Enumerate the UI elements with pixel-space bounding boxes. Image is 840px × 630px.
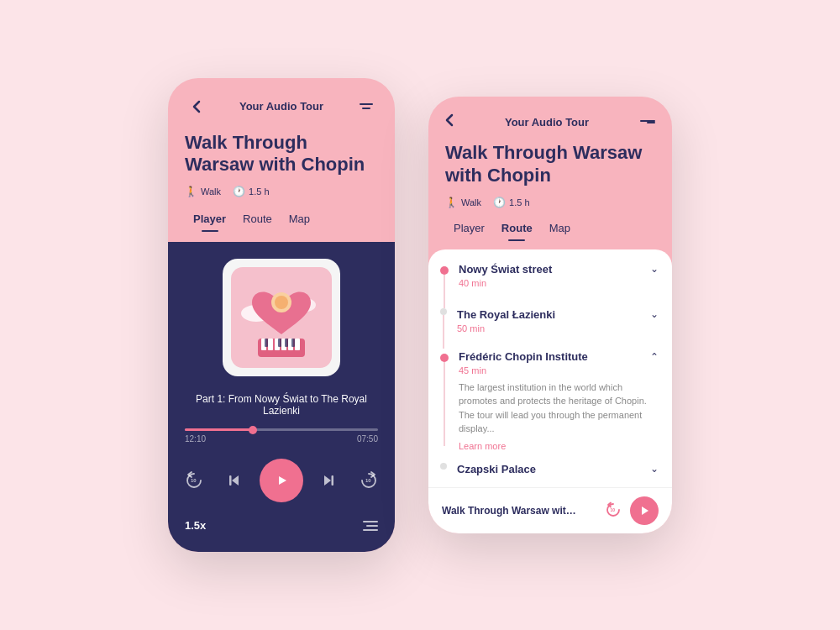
tab-route-right[interactable]: Route	[493, 218, 541, 238]
track-name: Part 1: From Nowy Świat to The Royal Laz…	[185, 393, 378, 417]
progress-bar-container[interactable]	[185, 428, 378, 431]
tab-player-right[interactable]: Player	[445, 218, 493, 238]
time-current: 12:10	[185, 434, 206, 444]
time-labels: 12:10 07:50	[185, 434, 378, 444]
route-item-header-2[interactable]: The Royal Łazienki ⌄	[457, 308, 659, 321]
right-meta-duration: 🕐 1.5 h	[493, 197, 529, 208]
right-menu-line-2	[647, 122, 655, 123]
right-meta-walk: 🚶 Walk	[445, 197, 481, 208]
svg-rect-18	[229, 475, 232, 486]
timeline-2	[440, 308, 447, 349]
route-title-4: Czapski Palace	[457, 463, 536, 475]
walk-icon: 🚶	[185, 186, 197, 197]
back-button[interactable]	[185, 95, 208, 118]
svg-rect-19	[332, 475, 334, 486]
route-duration-2: 50 min	[457, 323, 659, 333]
meta-left: 🚶 Walk 🕐 1.5 h	[168, 182, 395, 209]
route-title-2: The Royal Łazienki	[457, 308, 555, 321]
svg-rect-12	[295, 339, 300, 350]
chevron-icon-2: ⌄	[650, 308, 659, 320]
timeline-3	[440, 350, 449, 446]
route-item-header-3[interactable]: Frédéric Chopin Institute ⌄	[459, 350, 659, 363]
meta-walk: 🚶 Walk	[185, 186, 221, 197]
tour-title-right: Walk Through Warsaw with Chopin	[428, 139, 672, 193]
learn-more-link[interactable]: Learn more	[459, 441, 659, 451]
menu-line-2	[362, 108, 370, 109]
playlist-icon[interactable]	[363, 521, 378, 531]
right-clock-icon: 🕐	[493, 197, 506, 208]
svg-text:10: 10	[191, 478, 197, 483]
speed-label[interactable]: 1.5x	[185, 519, 206, 532]
duration-label: 1.5 h	[249, 186, 269, 197]
play-pause-button[interactable]	[260, 459, 303, 502]
tab-player-left[interactable]: Player	[185, 209, 234, 228]
route-description-3: The largest institution in the world whi…	[459, 381, 659, 436]
rewind-10-button[interactable]: 10	[179, 465, 209, 496]
right-walk-label: Walk	[461, 197, 481, 207]
mini-play-button[interactable]	[630, 496, 659, 525]
mini-skip-back-button[interactable]: 10	[603, 500, 623, 522]
route-line-2	[443, 315, 444, 349]
chevron-icon-4: ⌄	[650, 463, 659, 475]
chevron-icon-3: ⌄	[650, 350, 659, 362]
player-section: Part 1: From Nowy Świat to The Royal Laz…	[168, 242, 395, 552]
svg-rect-13	[265, 339, 268, 347]
left-header: Your Audio Tour	[168, 78, 395, 127]
header-title: Your Audio Tour	[208, 100, 354, 113]
clock-icon: 🕐	[233, 186, 245, 197]
route-list: Nowy Świat street ⌄ 40 min The Royal Łaz…	[428, 249, 672, 487]
tab-route-left[interactable]: Route	[234, 209, 281, 228]
svg-text:10: 10	[611, 507, 616, 512]
progress-bar-track[interactable]	[185, 428, 378, 431]
previous-button[interactable]	[219, 465, 249, 496]
progress-bar-fill	[185, 428, 253, 431]
route-duration-3: 45 min	[459, 365, 659, 375]
route-item-royal-lazienki: The Royal Łazienki ⌄ 50 min	[428, 308, 672, 350]
tab-map-left[interactable]: Map	[281, 209, 318, 228]
timeline-1	[440, 263, 449, 308]
tour-title-left: Walk Through Warsaw with Chopin	[168, 127, 395, 183]
meta-duration: 🕐 1.5 h	[233, 186, 269, 197]
tab-map-right[interactable]: Map	[541, 218, 579, 238]
route-line-1	[444, 275, 445, 308]
right-header: Your Audio Tour	[428, 97, 672, 139]
route-content-4: Czapski Palace ⌄	[457, 463, 659, 487]
route-item-header-1[interactable]: Nowy Świat street ⌄	[459, 263, 659, 276]
playback-controls: 10	[179, 459, 384, 502]
meta-right: 🚶 Walk 🕐 1.5 h	[428, 193, 672, 218]
chevron-icon-1: ⌄	[650, 263, 659, 275]
mini-player-title: Walk Through Warsaw with Ch	[442, 505, 576, 517]
playlist-line-2	[366, 525, 378, 527]
tabs-left: Player Route Map	[168, 209, 395, 242]
svg-rect-14	[278, 339, 281, 347]
right-header-title: Your Audio Tour	[454, 116, 640, 129]
right-back-button[interactable]	[445, 113, 454, 130]
menu-button[interactable]	[354, 95, 378, 118]
forward-10-button[interactable]: 10	[354, 465, 384, 496]
route-content-2: The Royal Łazienki ⌄ 50 min	[457, 308, 659, 350]
time-total: 07:50	[357, 434, 378, 444]
route-item-header-4[interactable]: Czapski Palace ⌄	[457, 463, 659, 475]
menu-line-1	[360, 103, 373, 105]
route-duration-1: 40 min	[459, 278, 659, 288]
svg-text:10: 10	[365, 478, 371, 483]
svg-rect-8	[268, 339, 273, 350]
route-item-nowy-swiat: Nowy Świat street ⌄ 40 min	[428, 263, 672, 308]
next-button[interactable]	[313, 465, 344, 496]
tabs-right: Player Route Map	[428, 218, 672, 249]
route-item-czapski: Czapski Palace ⌄	[428, 463, 672, 487]
right-menu-button[interactable]	[640, 120, 655, 123]
svg-rect-16	[291, 339, 295, 347]
album-art	[223, 259, 340, 376]
phones-container: Your Audio Tour Walk Through Warsaw with…	[168, 78, 672, 553]
walk-label: Walk	[201, 186, 221, 197]
progress-thumb	[249, 426, 257, 434]
right-phone: Your Audio Tour Walk Through Warsaw with…	[428, 97, 672, 533]
svg-point-5	[275, 296, 288, 309]
player-footer: 1.5x	[185, 516, 378, 535]
route-content-1: Nowy Świat street ⌄ 40 min	[459, 263, 659, 305]
route-dot-2	[440, 308, 447, 315]
right-duration-label: 1.5 h	[509, 197, 529, 207]
mini-player: Walk Through Warsaw with Ch 10	[428, 487, 672, 533]
timeline-4	[440, 463, 447, 470]
